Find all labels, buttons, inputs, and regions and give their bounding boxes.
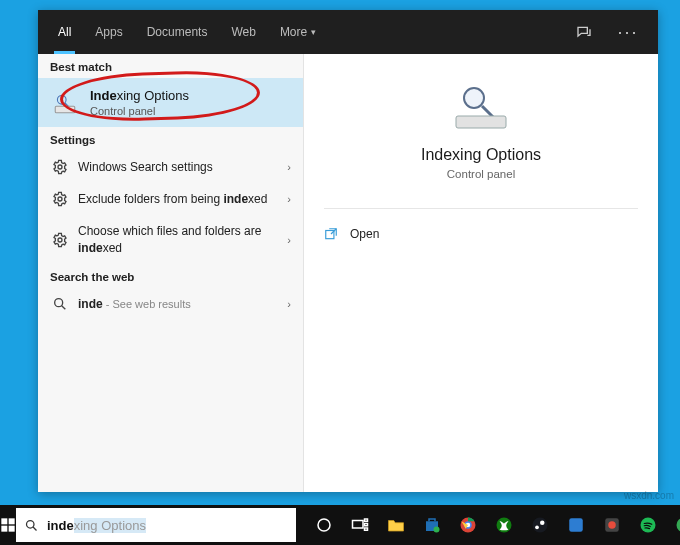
svg-rect-32 <box>569 518 583 532</box>
search-tabs-bar: All Apps Documents Web More▾ ··· <box>38 10 658 54</box>
open-icon <box>324 227 338 241</box>
svg-rect-19 <box>353 521 364 529</box>
svg-point-16 <box>27 520 35 528</box>
svg-rect-14 <box>1 526 7 532</box>
chevron-right-icon: › <box>287 298 291 310</box>
svg-line-17 <box>33 527 36 530</box>
tab-documents[interactable]: Documents <box>135 10 220 54</box>
settings-item-choose-files[interactable]: Choose which files and folders are index… <box>38 215 303 263</box>
chevron-right-icon: › <box>287 161 291 173</box>
search-completion-text: xing Options <box>74 518 146 533</box>
more-options-icon[interactable]: ··· <box>614 18 642 46</box>
preview-open-action[interactable]: Open <box>304 221 399 247</box>
start-button[interactable] <box>0 505 16 545</box>
chevron-right-icon: › <box>287 234 291 246</box>
search-icon <box>52 296 68 312</box>
svg-point-4 <box>58 197 62 201</box>
windows-logo-icon <box>0 517 16 533</box>
task-view-icon[interactable] <box>342 505 378 545</box>
best-match-text: Indexing Options Control panel <box>90 88 189 117</box>
web-search-item[interactable]: inde - See web results › <box>38 288 303 320</box>
cortana-icon[interactable] <box>306 505 342 545</box>
svg-point-29 <box>533 518 548 533</box>
xbox-icon[interactable] <box>486 505 522 545</box>
svg-point-34 <box>608 521 616 529</box>
svg-line-7 <box>62 305 66 309</box>
svg-rect-2 <box>55 106 75 113</box>
tab-more[interactable]: More▾ <box>268 10 328 54</box>
svg-rect-12 <box>1 518 7 524</box>
taskbar-search-box[interactable]: indexing Options <box>16 508 296 542</box>
svg-point-18 <box>318 519 330 531</box>
chevron-down-icon: ▾ <box>311 27 316 37</box>
settings-item-label: Exclude folders from being indexed <box>78 191 277 207</box>
search-typed-text: inde <box>47 518 74 533</box>
feedback-icon[interactable] <box>570 18 598 46</box>
microsoft-store-icon[interactable] <box>414 505 450 545</box>
gear-icon <box>52 159 68 175</box>
app-icon-1[interactable] <box>558 505 594 545</box>
tab-all[interactable]: All <box>46 10 83 54</box>
gear-icon <box>52 232 68 248</box>
app-icon-2[interactable] <box>594 505 630 545</box>
svg-rect-22 <box>365 528 368 530</box>
chrome-icon[interactable] <box>450 505 486 545</box>
svg-rect-13 <box>9 518 15 524</box>
chevron-right-icon: › <box>287 193 291 205</box>
search-panel-body: Best match Indexing Options Control pane… <box>38 54 658 492</box>
svg-point-6 <box>55 298 63 306</box>
svg-rect-15 <box>9 526 15 532</box>
svg-rect-21 <box>365 524 368 526</box>
tab-web[interactable]: Web <box>219 10 267 54</box>
tab-apps[interactable]: Apps <box>83 10 134 54</box>
settings-item-windows-search[interactable]: Windows Search settings › <box>38 151 303 183</box>
spotify-icon[interactable] <box>630 505 666 545</box>
section-label-settings: Settings <box>38 127 303 151</box>
section-label-search-web: Search the web <box>38 264 303 288</box>
svg-point-0 <box>57 95 66 104</box>
tabs-right-area: ··· <box>570 18 650 46</box>
result-preview-pane: Indexing Options Control panel Open <box>304 54 658 492</box>
svg-point-35 <box>641 518 656 533</box>
settings-item-label: Windows Search settings <box>78 159 277 175</box>
steam-icon[interactable] <box>522 505 558 545</box>
svg-point-8 <box>464 88 484 108</box>
app-icon-3[interactable] <box>666 505 680 545</box>
svg-point-30 <box>540 521 545 526</box>
results-left-column: Best match Indexing Options Control pane… <box>38 54 304 492</box>
taskbar: indexing Options <box>0 505 680 545</box>
windows-search-panel: All Apps Documents Web More▾ ··· Best ma… <box>38 10 658 492</box>
indexing-options-icon <box>52 90 78 116</box>
settings-item-label: Choose which files and folders are index… <box>78 223 277 255</box>
preview-open-label: Open <box>350 227 379 241</box>
search-icon <box>24 518 39 533</box>
svg-point-24 <box>434 527 440 533</box>
settings-item-exclude-folders[interactable]: Exclude folders from being indexed › <box>38 183 303 215</box>
preview-divider <box>324 208 638 209</box>
section-label-best-match: Best match <box>38 54 303 78</box>
file-explorer-icon[interactable] <box>378 505 414 545</box>
svg-rect-10 <box>456 116 506 128</box>
best-match-result[interactable]: Indexing Options Control panel <box>38 78 303 127</box>
preview-title: Indexing Options <box>421 146 541 164</box>
svg-point-3 <box>58 165 62 169</box>
preview-subtitle: Control panel <box>447 168 515 180</box>
indexing-options-large-icon <box>452 82 510 132</box>
gear-icon <box>52 191 68 207</box>
svg-rect-20 <box>365 519 368 521</box>
svg-point-36 <box>677 518 681 533</box>
svg-point-31 <box>535 525 539 529</box>
svg-point-5 <box>58 238 62 242</box>
taskbar-pinned-apps <box>306 505 680 545</box>
web-item-label: inde - See web results <box>78 297 277 311</box>
